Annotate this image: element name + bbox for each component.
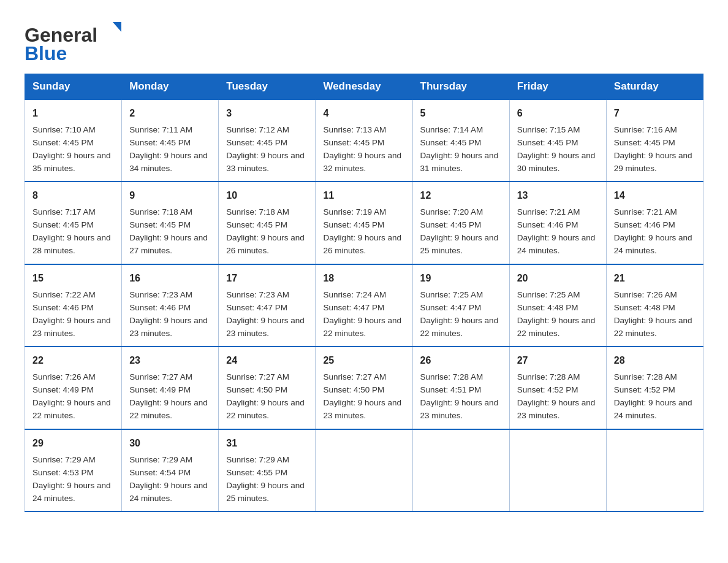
- calendar-cell: 26 Sunrise: 7:28 AMSunset: 4:51 PMDaylig…: [412, 347, 509, 429]
- calendar-cell: 15 Sunrise: 7:22 AMSunset: 4:46 PMDaylig…: [25, 264, 122, 347]
- calendar-cell: 13 Sunrise: 7:21 AMSunset: 4:46 PMDaylig…: [509, 182, 606, 264]
- day-info: Sunrise: 7:23 AMSunset: 4:47 PMDaylight:…: [226, 290, 305, 338]
- day-info: Sunrise: 7:11 AMSunset: 4:45 PMDaylight:…: [129, 125, 208, 173]
- calendar-cell: 4 Sunrise: 7:13 AMSunset: 4:45 PMDayligh…: [316, 99, 412, 182]
- calendar-cell: 9 Sunrise: 7:18 AMSunset: 4:45 PMDayligh…: [122, 182, 219, 264]
- logo: General Blue: [25, 18, 123, 61]
- day-number: 8: [32, 188, 114, 204]
- day-number: 29: [32, 436, 114, 451]
- day-info: Sunrise: 7:27 AMSunset: 4:50 PMDaylight:…: [323, 372, 401, 420]
- day-info: Sunrise: 7:27 AMSunset: 4:50 PMDaylight:…: [226, 372, 305, 420]
- calendar-cell: 29 Sunrise: 7:29 AMSunset: 4:53 PMDaylig…: [25, 429, 122, 511]
- day-info: Sunrise: 7:12 AMSunset: 4:45 PMDaylight:…: [226, 125, 305, 173]
- day-info: Sunrise: 7:10 AMSunset: 4:45 PMDaylight:…: [32, 125, 111, 173]
- calendar-cell: 19 Sunrise: 7:25 AMSunset: 4:47 PMDaylig…: [412, 264, 509, 347]
- calendar-cell: 3 Sunrise: 7:12 AMSunset: 4:45 PMDayligh…: [219, 99, 316, 182]
- day-number: 3: [226, 106, 308, 121]
- day-number: 23: [129, 353, 211, 369]
- day-number: 15: [32, 271, 114, 286]
- calendar-cell: 27 Sunrise: 7:28 AMSunset: 4:52 PMDaylig…: [509, 347, 606, 429]
- day-of-week-tuesday: Tuesday: [219, 74, 316, 100]
- day-info: Sunrise: 7:26 AMSunset: 4:49 PMDaylight:…: [32, 372, 111, 420]
- calendar-week-1: 1 Sunrise: 7:10 AMSunset: 4:45 PMDayligh…: [25, 99, 703, 182]
- day-info: Sunrise: 7:24 AMSunset: 4:47 PMDaylight:…: [323, 290, 401, 338]
- calendar-cell: 25 Sunrise: 7:27 AMSunset: 4:50 PMDaylig…: [316, 347, 412, 429]
- day-number: 16: [129, 271, 211, 286]
- day-number: 14: [614, 188, 696, 204]
- day-info: Sunrise: 7:23 AMSunset: 4:46 PMDaylight:…: [129, 290, 208, 338]
- day-info: Sunrise: 7:15 AMSunset: 4:45 PMDaylight:…: [517, 125, 596, 173]
- day-number: 26: [420, 353, 502, 369]
- calendar-cell: 8 Sunrise: 7:17 AMSunset: 4:45 PMDayligh…: [25, 182, 122, 264]
- calendar-cell: 7 Sunrise: 7:16 AMSunset: 4:45 PMDayligh…: [606, 99, 703, 182]
- calendar-cell: 10 Sunrise: 7:18 AMSunset: 4:45 PMDaylig…: [219, 182, 316, 264]
- calendar-cell: 20 Sunrise: 7:25 AMSunset: 4:48 PMDaylig…: [509, 264, 606, 347]
- calendar-cell: 31 Sunrise: 7:29 AMSunset: 4:55 PMDaylig…: [219, 429, 316, 511]
- calendar-cell: 23 Sunrise: 7:27 AMSunset: 4:49 PMDaylig…: [122, 347, 219, 429]
- calendar-cell: 5 Sunrise: 7:14 AMSunset: 4:45 PMDayligh…: [412, 99, 509, 182]
- calendar-cell: 14 Sunrise: 7:21 AMSunset: 4:46 PMDaylig…: [606, 182, 703, 264]
- calendar-table: SundayMondayTuesdayWednesdayThursdayFrid…: [25, 74, 703, 512]
- day-info: Sunrise: 7:29 AMSunset: 4:53 PMDaylight:…: [32, 455, 111, 503]
- day-of-week-wednesday: Wednesday: [316, 74, 412, 100]
- day-number: 28: [614, 353, 696, 369]
- calendar-cell: 11 Sunrise: 7:19 AMSunset: 4:45 PMDaylig…: [316, 182, 412, 264]
- day-number: 5: [420, 106, 502, 121]
- day-of-week-sunday: Sunday: [25, 74, 122, 100]
- svg-marker-1: [113, 22, 121, 32]
- calendar-cell: 16 Sunrise: 7:23 AMSunset: 4:46 PMDaylig…: [122, 264, 219, 347]
- calendar-cell: 30 Sunrise: 7:29 AMSunset: 4:54 PMDaylig…: [122, 429, 219, 511]
- day-number: 9: [129, 188, 211, 204]
- day-info: Sunrise: 7:29 AMSunset: 4:55 PMDaylight:…: [226, 455, 305, 503]
- day-number: 17: [226, 271, 308, 286]
- calendar-week-2: 8 Sunrise: 7:17 AMSunset: 4:45 PMDayligh…: [25, 182, 703, 264]
- calendar-cell: [412, 429, 509, 511]
- day-number: 6: [517, 106, 599, 121]
- calendar-cell: [606, 429, 703, 511]
- day-info: Sunrise: 7:25 AMSunset: 4:48 PMDaylight:…: [517, 290, 596, 338]
- day-number: 31: [226, 436, 308, 451]
- day-number: 27: [517, 353, 599, 369]
- day-number: 22: [32, 353, 114, 369]
- calendar-cell: 24 Sunrise: 7:27 AMSunset: 4:50 PMDaylig…: [219, 347, 316, 429]
- day-info: Sunrise: 7:25 AMSunset: 4:47 PMDaylight:…: [420, 290, 499, 338]
- calendar-cell: 1 Sunrise: 7:10 AMSunset: 4:45 PMDayligh…: [25, 99, 122, 182]
- day-number: 25: [323, 353, 404, 369]
- day-info: Sunrise: 7:26 AMSunset: 4:48 PMDaylight:…: [614, 290, 692, 338]
- day-info: Sunrise: 7:16 AMSunset: 4:45 PMDaylight:…: [614, 125, 692, 173]
- day-info: Sunrise: 7:14 AMSunset: 4:45 PMDaylight:…: [420, 125, 499, 173]
- page-header: General Blue: [25, 18, 703, 61]
- day-number: 18: [323, 271, 404, 286]
- calendar-cell: 22 Sunrise: 7:26 AMSunset: 4:49 PMDaylig…: [25, 347, 122, 429]
- day-number: 20: [517, 271, 599, 286]
- day-info: Sunrise: 7:19 AMSunset: 4:45 PMDaylight:…: [323, 207, 401, 255]
- calendar-cell: 28 Sunrise: 7:28 AMSunset: 4:52 PMDaylig…: [606, 347, 703, 429]
- day-info: Sunrise: 7:21 AMSunset: 4:46 PMDaylight:…: [517, 207, 596, 255]
- svg-text:Blue: Blue: [25, 42, 67, 61]
- day-of-week-friday: Friday: [509, 74, 606, 100]
- calendar-week-5: 29 Sunrise: 7:29 AMSunset: 4:53 PMDaylig…: [25, 429, 703, 511]
- day-number: 7: [614, 106, 696, 121]
- day-number: 11: [323, 188, 404, 204]
- day-info: Sunrise: 7:13 AMSunset: 4:45 PMDaylight:…: [323, 125, 401, 173]
- day-number: 30: [129, 436, 211, 451]
- calendar-cell: [509, 429, 606, 511]
- day-of-week-thursday: Thursday: [412, 74, 509, 100]
- day-info: Sunrise: 7:29 AMSunset: 4:54 PMDaylight:…: [129, 455, 208, 503]
- day-number: 4: [323, 106, 404, 121]
- day-info: Sunrise: 7:28 AMSunset: 4:52 PMDaylight:…: [614, 372, 692, 420]
- day-info: Sunrise: 7:21 AMSunset: 4:46 PMDaylight:…: [614, 207, 692, 255]
- day-number: 2: [129, 106, 211, 121]
- day-number: 13: [517, 188, 599, 204]
- calendar-cell: 17 Sunrise: 7:23 AMSunset: 4:47 PMDaylig…: [219, 264, 316, 347]
- day-number: 24: [226, 353, 308, 369]
- day-number: 10: [226, 188, 308, 204]
- day-info: Sunrise: 7:17 AMSunset: 4:45 PMDaylight:…: [32, 207, 111, 255]
- calendar-cell: 18 Sunrise: 7:24 AMSunset: 4:47 PMDaylig…: [316, 264, 412, 347]
- day-number: 21: [614, 271, 696, 286]
- day-info: Sunrise: 7:28 AMSunset: 4:51 PMDaylight:…: [420, 372, 499, 420]
- calendar-cell: 12 Sunrise: 7:20 AMSunset: 4:45 PMDaylig…: [412, 182, 509, 264]
- calendar-cell: 21 Sunrise: 7:26 AMSunset: 4:48 PMDaylig…: [606, 264, 703, 347]
- calendar-week-4: 22 Sunrise: 7:26 AMSunset: 4:49 PMDaylig…: [25, 347, 703, 429]
- day-of-week-monday: Monday: [122, 74, 219, 100]
